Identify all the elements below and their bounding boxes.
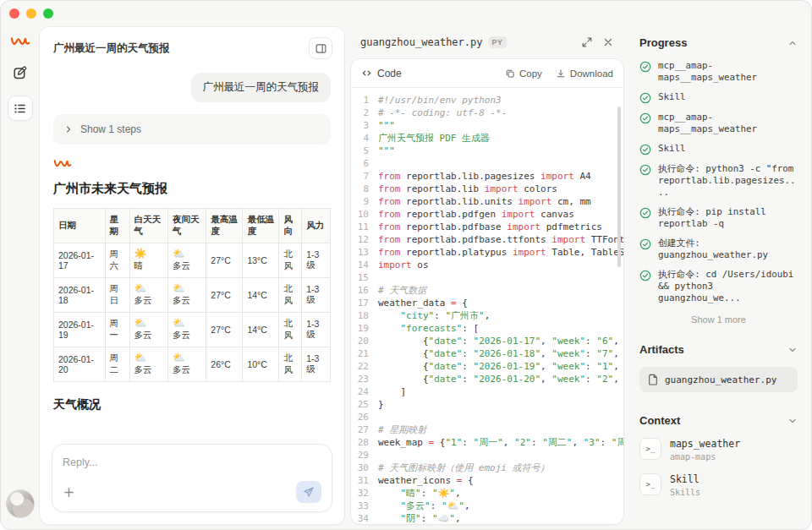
code-line: 19 "forecasts": [ <box>351 322 623 335</box>
code-line: 18 "city": "广州市", <box>351 309 623 322</box>
progress-item[interactable]: 执行命令: cd /Users/idoubi && python3 guangz… <box>639 269 798 304</box>
table-cell: 周六 <box>105 243 129 278</box>
tab-code[interactable]: Code <box>361 68 402 79</box>
copy-button[interactable]: Copy <box>505 68 542 79</box>
table-cell: ⛅多云 <box>167 347 206 382</box>
new-chat-button[interactable] <box>8 60 33 85</box>
table-header-cell: 日期 <box>54 209 106 243</box>
context-item[interactable]: >_SkillSkills <box>639 473 798 497</box>
progress-item[interactable]: Skill <box>639 91 798 104</box>
code-filename: guangzhou_weather.py <box>360 36 483 48</box>
context-section-header[interactable]: Context <box>639 414 798 427</box>
check-circle-icon <box>639 238 651 250</box>
tasks-button[interactable] <box>8 96 33 121</box>
check-circle-icon <box>639 112 651 124</box>
weather-icon: ☀️ <box>134 249 163 260</box>
table-header-row: 日期星期白天天气夜间天气最高温度最低温度风向风力 <box>54 209 331 243</box>
copy-icon <box>505 68 515 79</box>
user-avatar[interactable] <box>6 489 35 518</box>
download-button[interactable]: Download <box>556 68 613 79</box>
table-header-cell: 最高温度 <box>206 209 243 243</box>
code-scrollbar[interactable] <box>617 107 621 267</box>
send-button[interactable] <box>296 481 321 503</box>
code-line: 31weather_icons = { <box>351 474 623 487</box>
code-line: 8from reportlab.lib import colors <box>351 183 623 195</box>
weather-icon: ⛅ <box>173 249 201 260</box>
table-cell: ⛅多云 <box>167 278 206 313</box>
artifacts-section-header[interactable]: Artifacts <box>639 343 798 356</box>
steps-toggle[interactable]: Show 1 steps <box>53 114 331 145</box>
user-message: 广州最近一周的天气预报 <box>191 73 332 102</box>
table-cell: ⛅多云 <box>167 243 206 278</box>
code-line: 32 "晴": "☀️", <box>351 487 623 500</box>
titlebar <box>1 1 811 26</box>
table-header-cell: 星期 <box>105 209 129 243</box>
compose-icon <box>13 66 27 80</box>
table-cell: ⛅多云 <box>129 347 167 382</box>
artifact-item[interactable]: guangzhou_weather.py <box>639 367 798 392</box>
context-title: Context <box>639 414 680 427</box>
table-header-cell: 风力 <box>302 209 331 243</box>
code-line: 14import os <box>351 259 623 271</box>
code-line: 9from reportlab.lib.units import cm, mm <box>351 195 623 208</box>
progress-item[interactable]: mcp__amap-maps__maps_weather <box>639 112 798 135</box>
close-panel-button[interactable] <box>601 35 616 50</box>
minimize-window-button[interactable] <box>26 8 36 19</box>
add-attachment-button[interactable] <box>63 486 75 499</box>
table-header-cell: 最低温度 <box>243 209 279 243</box>
context-item[interactable]: >_maps_weatheramap-maps <box>639 438 798 462</box>
progress-item[interactable]: 创建文件: guangzhou_weather.py <box>639 238 798 261</box>
weather-icon: ⛅ <box>173 352 201 363</box>
code-panel: guangzhou_weather.py PY Code <box>350 26 624 525</box>
zoom-window-button[interactable] <box>43 8 53 19</box>
file-type-badge: PY <box>489 36 507 48</box>
code-line: 12from reportlab.pdfbase.ttfonts import … <box>351 233 623 246</box>
code-line: 29 <box>351 449 623 462</box>
weather-icon: ⛅ <box>134 318 163 329</box>
table-header-cell: 风向 <box>279 209 302 243</box>
code-icon <box>361 68 372 79</box>
download-icon <box>556 68 566 79</box>
close-window-button[interactable] <box>9 8 19 19</box>
code-line: 34 "阴": "☁️", <box>351 512 623 524</box>
chat-messages[interactable]: 广州最近一周的天气预报 Show 1 steps 广州市未来天气预报 日期星期白… <box>40 66 344 442</box>
show-more-button[interactable]: Show 1 more <box>639 314 798 325</box>
expand-panel-button[interactable] <box>579 35 595 50</box>
table-cell: 13°C <box>243 243 279 278</box>
reply-input[interactable] <box>63 456 321 468</box>
table-cell: 1-3级 <box>302 347 331 382</box>
table-cell: 北风 <box>279 278 302 313</box>
progress-item[interactable]: mcp__amap-maps__maps_weather <box>639 60 798 84</box>
code-line: 16# 天气数据 <box>351 284 623 297</box>
weather-table-body: 2026-01-17周六☀️晴⛅多云27°C13°C北风1-3级2026-01-… <box>54 243 331 382</box>
assistant-logo-icon <box>53 157 331 172</box>
download-button-label: Download <box>570 68 613 79</box>
code-content[interactable]: 1#!/usr/bin/env python32# -*- coding: ut… <box>351 88 623 524</box>
code-line: 22 {"date": "2026-01-19", "week": "1", "… <box>351 360 623 373</box>
chat-title: 广州最近一周的天气预报 <box>53 41 170 56</box>
code-line: 26 <box>351 411 623 423</box>
code-line: 17weather_data = { <box>351 297 623 309</box>
copy-button-label: Copy <box>519 68 542 79</box>
brand-logo-icon[interactable] <box>8 33 32 50</box>
context-item-title: Skill <box>670 473 700 485</box>
progress-item[interactable]: Skill <box>639 143 798 156</box>
context-item-subtitle: Skills <box>670 488 700 497</box>
steps-toggle-label: Show 1 steps <box>80 123 141 135</box>
code-line: 21 {"date": "2026-01-18", "week": "7", "… <box>351 347 623 360</box>
progress-item[interactable]: 执行命令: python3 -c "from reportlab.lib.pag… <box>639 163 798 199</box>
close-icon <box>602 36 614 48</box>
code-line: 6 <box>351 157 623 170</box>
progress-title: Progress <box>639 36 687 49</box>
progress-section-header[interactable]: Progress <box>639 36 798 49</box>
table-cell: 27°C <box>206 243 243 278</box>
progress-item[interactable]: 执行命令: pip install reportlab -q <box>639 206 798 230</box>
toggle-panel-button[interactable] <box>309 37 332 59</box>
chevron-down-icon <box>787 416 798 426</box>
left-rail <box>1 26 39 525</box>
report-subheading: 天气概况 <box>53 397 331 413</box>
weather-icon: ⛅ <box>134 352 163 363</box>
chat-panel: 广州最近一周的天气预报 广州最近一周的天气预报 Show 1 steps 广州市… <box>39 26 345 525</box>
table-cell: 2026-01-18 <box>54 278 106 313</box>
table-cell: ⛅多云 <box>129 278 167 313</box>
